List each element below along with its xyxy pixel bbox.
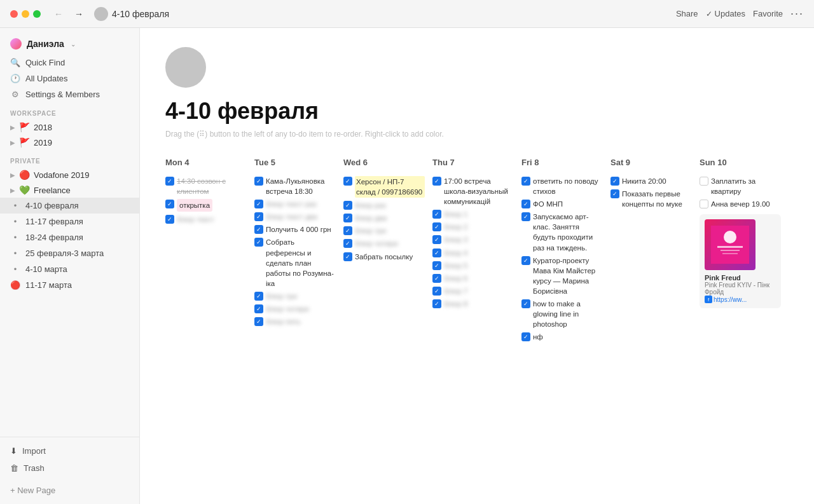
sidebar: Даниэла ⌄ 🔍 Quick Find 🕐 All Updates ⚙ S… [0, 28, 140, 504]
sidebar-item-4-10-mar[interactable]: • 4-10 марта [0, 261, 139, 277]
sidebar-item-all-updates[interactable]: 🕐 All Updates [0, 71, 139, 86]
task-item: ✓ блюр 4 [432, 248, 514, 258]
maximize-button[interactable] [33, 10, 41, 18]
task-item: ✓ блюр текст [165, 214, 247, 224]
bullet-icon: • [10, 233, 20, 242]
close-button[interactable] [10, 10, 18, 18]
task-checkbox[interactable] [700, 200, 708, 208]
task-text: блюр 2 [444, 222, 467, 232]
sidebar-item-vodafone[interactable]: ▶ 🔴 Vodafone 2019 [0, 167, 139, 182]
task-checkbox[interactable]: ✓ [432, 287, 441, 296]
trash-icon: 🗑 [10, 463, 18, 473]
task-text: блюр пять [266, 317, 301, 327]
task-item: ✓ блюр 3 [432, 235, 514, 245]
task-item: Заплатить за квартиру [700, 176, 781, 196]
task-checkbox[interactable]: ✓ [343, 252, 352, 261]
chevron-right-icon: ▶ [10, 139, 15, 146]
task-checkbox[interactable]: ✓ [521, 332, 530, 341]
task-text: how to make a glowing line in photoshop [533, 299, 603, 329]
task-item: ✓ блюр текст раз [254, 199, 336, 209]
share-button[interactable]: Share [676, 9, 698, 18]
favorite-button[interactable]: Favorite [753, 9, 783, 18]
sidebar-item-2019[interactable]: ▶ 🚩 2019 [0, 135, 139, 150]
user-menu[interactable]: Даниэла ⌄ [0, 33, 139, 55]
heart-icon: 💚 [19, 185, 30, 195]
task-checkbox[interactable]: ✓ [254, 212, 263, 221]
task-checkbox[interactable]: ✓ [521, 200, 530, 208]
task-text: Кама-Лукьяновка встреча 18:30 [266, 176, 336, 196]
task-item: ✓ блюр текст два [254, 212, 336, 222]
task-checkbox[interactable]: ✓ [610, 177, 619, 186]
task-checkbox[interactable] [700, 177, 708, 186]
main-content: 4-10 февраля Drag the (⠿) button to the … [140, 28, 814, 504]
sidebar-item-settings[interactable]: ⚙ Settings & Members [0, 86, 139, 102]
task-checkbox[interactable]: ✓ [432, 210, 441, 219]
task-checkbox[interactable]: ✓ [432, 299, 441, 308]
import-icon: ⬇ [10, 446, 17, 456]
task-checkbox[interactable]: ✓ [343, 177, 352, 186]
day-col-mon4: Mon 4 ✓ 14:30 созвон с клиентом ✓ открыт… [165, 158, 254, 344]
day-header-wed6: Wed 6 [343, 158, 425, 170]
task-checkbox[interactable]: ✓ [521, 256, 530, 265]
task-text: блюр текст [177, 214, 214, 224]
task-checkbox[interactable]: ✓ [432, 274, 441, 283]
task-checkbox[interactable]: ✓ [254, 304, 263, 313]
page-icon [94, 7, 108, 21]
task-text: Заплатить за квартиру [711, 176, 781, 196]
task-text: блюр раз [355, 200, 386, 210]
task-text: ФО МНП [533, 199, 563, 209]
task-checkbox[interactable]: ✓ [610, 189, 619, 198]
more-button[interactable]: ··· [790, 7, 804, 20]
sidebar-item-25-3[interactable]: • 25 февраля-3 марта [0, 245, 139, 261]
task-checkbox[interactable]: ✓ [432, 249, 441, 257]
task-checkbox[interactable]: ✓ [254, 200, 263, 208]
4-10-mar-label: 4-10 марта [25, 264, 67, 274]
import-button[interactable]: ⬇ Import [0, 442, 139, 460]
sidebar-item-11-17-feb[interactable]: • 11-17 февраля [0, 214, 139, 229]
task-checkbox[interactable]: ✓ [165, 215, 174, 224]
task-checkbox[interactable]: ✓ [343, 226, 352, 235]
task-item: ✓ блюр три [343, 226, 425, 236]
bullet-icon: • [10, 217, 20, 226]
task-checkbox[interactable]: ✓ [432, 222, 441, 231]
sidebar-item-11-17-mar[interactable]: 🔴 11-17 марта [0, 277, 139, 293]
task-item: ✓ ответить по поводу стихов [521, 176, 603, 196]
link-card[interactable]: Pink Freud Pink Freud KYIV - Пінк Фройд … [700, 214, 781, 308]
sidebar-item-18-24-feb[interactable]: • 18-24 февраля [0, 229, 139, 245]
new-page-button[interactable]: + New Page [0, 482, 139, 499]
task-checkbox[interactable]: ✓ [521, 177, 530, 186]
task-checkbox[interactable]: ✓ [343, 214, 352, 222]
task-checkbox[interactable]: ✓ [165, 200, 174, 208]
task-checkbox[interactable]: ✓ [432, 261, 441, 270]
task-checkbox[interactable]: ✓ [521, 212, 530, 221]
task-checkbox[interactable]: ✓ [521, 299, 530, 308]
task-checkbox[interactable]: ✓ [254, 292, 263, 301]
task-checkbox[interactable]: ✓ [343, 201, 352, 210]
task-item: ✓ Никита 20:00 [610, 176, 692, 186]
svg-rect-2 [717, 246, 743, 248]
task-text: блюр два [355, 213, 387, 223]
sidebar-item-4-10-feb[interactable]: • 4-10 февраля [0, 198, 139, 214]
task-checkbox[interactable]: ✓ [254, 238, 263, 247]
task-checkbox[interactable]: ✓ [343, 239, 352, 248]
task-checkbox[interactable]: ✓ [254, 177, 263, 186]
task-checkbox[interactable]: ✓ [254, 225, 263, 234]
task-item: ✓ Херсон / НП-7 склад / 0997186690 [343, 176, 425, 198]
updates-button[interactable]: ✓ Updates [706, 9, 745, 18]
task-checkbox[interactable]: ✓ [254, 317, 263, 326]
task-item: ✓ Забрать посылку [343, 252, 425, 262]
task-checkbox[interactable]: ✓ [165, 177, 174, 186]
forward-button[interactable]: → [71, 6, 86, 22]
minimize-button[interactable] [22, 10, 29, 18]
task-checkbox[interactable]: ✓ [432, 235, 441, 244]
task-text: блюр три [355, 226, 386, 236]
trash-button[interactable]: 🗑 Trash [0, 460, 139, 477]
chevron-right-icon: ▶ [10, 124, 15, 131]
sidebar-item-2018[interactable]: ▶ 🚩 2018 [0, 119, 139, 135]
card-link[interactable]: f https://ww... [705, 296, 776, 303]
task-checkbox[interactable]: ✓ [432, 177, 441, 186]
sidebar-item-freelance[interactable]: ▶ 💚 Freelance [0, 182, 139, 198]
trash-label: Trash [24, 463, 45, 473]
back-button[interactable]: ← [51, 6, 66, 22]
sidebar-item-quick-find[interactable]: 🔍 Quick Find [0, 55, 139, 71]
